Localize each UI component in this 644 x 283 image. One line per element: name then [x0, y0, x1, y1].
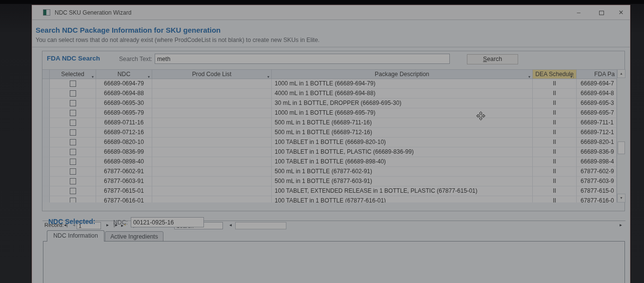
cell-ndc[interactable]: 66689-0820-10: [96, 138, 152, 147]
table-row[interactable]: 66689-0898-40100 TABLET in 1 BOTTLE (666…: [42, 157, 625, 167]
cell-ndc[interactable]: 67877-0616-01: [96, 196, 152, 202]
selected-cell[interactable]: [50, 118, 96, 128]
table-row[interactable]: 67877-0615-01100 TABLET, EXTENDED RELEAS…: [42, 186, 625, 196]
column-header-dea-schedule[interactable]: DEA Schedule▾↓: [533, 70, 577, 79]
selected-cell[interactable]: [50, 79, 96, 89]
cell-dea-schedule[interactable]: II: [533, 147, 577, 157]
table-row[interactable]: 66689-0711-16500 mL in 1 BOTTLE (66689-7…: [42, 118, 625, 128]
column-header-package-description[interactable]: Package Description▾: [272, 70, 533, 79]
cell-package-description[interactable]: 500 mL in 1 BOTTLE (67877-603-91): [272, 177, 533, 186]
row-checkbox[interactable]: [70, 129, 76, 136]
selected-cell[interactable]: [50, 157, 96, 167]
row-checkbox[interactable]: [70, 198, 76, 202]
column-header-selected[interactable]: Selected▾: [50, 70, 96, 79]
cell-dea-schedule[interactable]: II: [533, 89, 577, 99]
cell-fda-package[interactable]: 66689-695-7: [577, 108, 617, 118]
row-selector[interactable]: [42, 186, 50, 196]
cell-prod-code-list[interactable]: [152, 196, 272, 202]
cell-fda-package[interactable]: 66689-898-4: [577, 157, 617, 167]
cell-package-description[interactable]: 100 TABLET in 1 BOTTLE (66689-820-10): [272, 138, 533, 147]
table-row[interactable]: 66689-0820-10100 TABLET in 1 BOTTLE (666…: [42, 138, 625, 147]
cell-dea-schedule[interactable]: II: [533, 167, 577, 177]
selected-cell[interactable]: [50, 186, 96, 196]
cell-fda-package[interactable]: 67877-603-9: [577, 177, 617, 186]
tab-ndc-information[interactable]: NDC Information: [47, 230, 104, 242]
row-selector[interactable]: [42, 79, 50, 89]
cell-ndc[interactable]: 66689-0711-16: [96, 118, 152, 128]
row-checkbox[interactable]: [70, 81, 76, 87]
row-selector[interactable]: [42, 167, 50, 177]
table-row[interactable]: 66689-0695-3030 mL in 1 BOTTLE, DROPPER …: [42, 99, 625, 108]
cell-dea-schedule[interactable]: II: [533, 138, 577, 147]
cell-prod-code-list[interactable]: [152, 118, 272, 128]
row-checkbox[interactable]: [70, 168, 76, 175]
row-selector[interactable]: [42, 177, 50, 186]
row-selector[interactable]: [42, 108, 50, 118]
cell-fda-package[interactable]: 67877-616-0: [577, 196, 617, 202]
table-row[interactable]: 66689-0694-791000 mL in 1 BOTTLE (66689-…: [42, 79, 625, 89]
cell-package-description[interactable]: 100 TABLET in 1 BOTTLE (66689-898-40): [272, 157, 533, 167]
selected-cell[interactable]: [50, 177, 96, 186]
cell-ndc[interactable]: 67877-0602-91: [96, 167, 152, 177]
cell-package-description[interactable]: 100 TABLET, EXTENDED RELEASE in 1 BOTTLE…: [272, 186, 533, 196]
row-checkbox[interactable]: [70, 178, 76, 184]
cell-fda-package[interactable]: 66689-694-7: [577, 79, 617, 89]
cell-ndc[interactable]: 66689-0712-16: [96, 128, 152, 138]
row-checkbox[interactable]: [70, 139, 76, 145]
filter-sort-icon[interactable]: ▾↓: [570, 72, 574, 79]
column-header-fda-package[interactable]: FDA Pa: [577, 70, 617, 79]
table-row[interactable]: 67877-0602-91500 mL in 1 BOTTLE (67877-6…: [42, 167, 625, 177]
row-checkbox[interactable]: [70, 120, 76, 126]
cell-prod-code-list[interactable]: [152, 89, 272, 99]
cell-ndc[interactable]: 66689-0836-99: [96, 147, 152, 157]
row-selector[interactable]: [42, 196, 50, 202]
window-titlebar[interactable]: NDC SKU Generation Wizard – ✕: [32, 5, 630, 20]
cell-fda-package[interactable]: 66689-694-8: [577, 89, 617, 99]
scroll-up-icon[interactable]: ▲: [617, 69, 625, 78]
selected-cell[interactable]: [50, 128, 96, 138]
chevron-down-icon[interactable]: ▾: [267, 72, 269, 79]
minimize-button[interactable]: –: [570, 8, 587, 18]
cell-prod-code-list[interactable]: [152, 79, 272, 89]
cell-fda-package[interactable]: 67877-602-9: [577, 167, 617, 177]
cell-dea-schedule[interactable]: II: [533, 186, 577, 196]
cell-package-description[interactable]: 100 TABLET in 1 BOTTLE (67877-616-01): [272, 196, 533, 202]
cell-dea-schedule[interactable]: II: [533, 128, 577, 138]
close-button[interactable]: ✕: [613, 8, 629, 18]
row-checkbox[interactable]: [70, 90, 76, 97]
cell-dea-schedule[interactable]: II: [533, 99, 577, 108]
table-row[interactable]: 66689-0695-791000 mL in 1 BOTTLE (66689-…: [42, 108, 625, 118]
cell-fda-package[interactable]: 66689-712-1: [577, 128, 617, 138]
row-checkbox[interactable]: [70, 159, 76, 165]
cell-prod-code-list[interactable]: [152, 138, 272, 147]
cell-dea-schedule[interactable]: II: [533, 177, 577, 186]
row-selector[interactable]: [42, 89, 50, 99]
cell-prod-code-list[interactable]: [152, 99, 272, 108]
cell-package-description[interactable]: 1000 mL in 1 BOTTLE (66689-694-79): [272, 79, 533, 89]
search-button[interactable]: Search: [467, 54, 518, 64]
cell-fda-package[interactable]: 66689-836-9: [577, 147, 617, 157]
scroll-left-icon[interactable]: ◄: [227, 222, 234, 229]
cell-package-description[interactable]: 100 TABLET in 1 BOTTLE, PLASTIC (66689-8…: [272, 147, 533, 157]
row-checkbox[interactable]: [70, 110, 76, 116]
cell-prod-code-list[interactable]: [152, 186, 272, 196]
row-selector[interactable]: [42, 157, 50, 167]
row-selector[interactable]: [42, 99, 50, 108]
cell-package-description[interactable]: 1000 mL in 1 BOTTLE (66689-695-79): [272, 108, 533, 118]
cell-dea-schedule[interactable]: II: [533, 79, 577, 89]
selected-cell[interactable]: [50, 99, 96, 108]
scroll-right-icon[interactable]: ►: [617, 222, 624, 229]
table-row[interactable]: 67877-0603-91500 mL in 1 BOTTLE (67877-6…: [42, 177, 625, 186]
record-selector-header[interactable]: [42, 70, 50, 79]
row-selector[interactable]: [42, 138, 50, 147]
cell-package-description[interactable]: 4000 mL in 1 BOTTLE (66689-694-88): [272, 89, 533, 99]
cell-package-description[interactable]: 500 mL in 1 BOTTLE (66689-712-16): [272, 128, 533, 138]
table-row[interactable]: 66689-0712-16500 mL in 1 BOTTLE (66689-7…: [42, 128, 625, 138]
cell-prod-code-list[interactable]: [152, 167, 272, 177]
cell-prod-code-list[interactable]: [152, 147, 272, 157]
row-selector[interactable]: [42, 128, 50, 138]
scroll-down-icon[interactable]: ▼: [617, 194, 625, 202]
table-row[interactable]: 66689-0836-99100 TABLET in 1 BOTTLE, PLA…: [42, 147, 625, 157]
ndc-selected-input[interactable]: [131, 217, 204, 227]
vertical-scroll-thumb[interactable]: [618, 142, 625, 154]
